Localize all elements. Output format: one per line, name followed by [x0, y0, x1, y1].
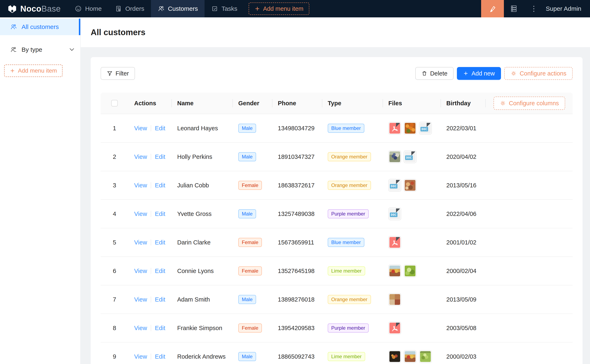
image-thumbnail[interactable] [404, 350, 417, 363]
view-link[interactable]: View [134, 239, 147, 246]
view-link[interactable]: View [134, 268, 147, 274]
member-type-badge: Blue member [328, 124, 364, 133]
edit-link[interactable]: Edit [155, 211, 165, 217]
edit-link[interactable]: Edit [155, 296, 165, 303]
table-row[interactable]: 2 View Edit Holly Perkins Male 189103473… [101, 143, 573, 171]
doc-file-icon[interactable]: DOC [404, 150, 417, 163]
pdf-file-icon[interactable] [388, 322, 401, 334]
table-row[interactable]: 8 View Edit Frankie Simpson Female 13954… [101, 314, 573, 343]
main-content: All customers Filter Delete Add new [81, 17, 590, 364]
image-thumbnail[interactable] [388, 265, 401, 277]
order-document-icon [115, 5, 122, 12]
image-thumbnail[interactable] [404, 122, 417, 135]
image-thumbnail[interactable] [419, 350, 432, 363]
phone-cell: 18865092743 [272, 353, 322, 360]
ui-editor-button[interactable] [481, 0, 504, 17]
nocobase-logo[interactable]: NocoBase [0, 4, 68, 13]
link-divider [151, 125, 151, 131]
row-actions-cell: View Edit [128, 125, 171, 132]
table-toolbar: Filter Delete Add new [101, 67, 573, 80]
files-cell [383, 265, 441, 277]
current-user-menu[interactable]: Super Admin [544, 5, 590, 12]
image-thumbnail[interactable] [404, 179, 417, 192]
row-index-cell: 2 [101, 153, 128, 160]
pdf-file-icon[interactable] [388, 236, 401, 249]
doc-file-icon[interactable]: DOC [419, 122, 432, 135]
table-row[interactable]: 5 View Edit Darin Clarke Female 15673659… [101, 228, 573, 257]
customers-people-icon [158, 5, 165, 12]
add-new-button[interactable]: Add new [457, 67, 501, 80]
phone-cell: 18638372617 [272, 182, 322, 189]
view-link[interactable]: View [134, 296, 147, 303]
table-row[interactable]: 6 View Edit Connie Lyons Female 13527645… [101, 257, 573, 286]
type-cell: Purple member [322, 324, 383, 332]
edit-link[interactable]: Edit [155, 239, 165, 246]
edit-link[interactable]: Edit [155, 182, 165, 189]
gender-cell: Female [232, 324, 272, 332]
filter-button[interactable]: Filter [101, 67, 135, 80]
delete-button[interactable]: Delete [415, 67, 454, 80]
logo-text: NocoBase [20, 4, 61, 13]
nav-item-customers[interactable]: Customers [151, 0, 205, 17]
topbar-right-actions: Super Admin [481, 0, 590, 17]
add-menu-item-button-sidebar[interactable]: Add menu item [4, 65, 63, 77]
filter-funnel-icon [107, 71, 113, 76]
table-row[interactable]: 9 View Edit Roderick Andrews Male 188650… [101, 343, 573, 364]
view-link[interactable]: View [134, 182, 147, 189]
name-cell: Julian Cobb [171, 182, 232, 189]
select-all-checkbox[interactable] [111, 100, 118, 106]
view-link[interactable]: View [134, 125, 147, 132]
doc-file-icon[interactable]: DOC [388, 179, 401, 192]
row-index-cell: 1 [101, 125, 128, 132]
view-link[interactable]: View [134, 325, 147, 332]
image-thumbnail[interactable] [404, 265, 417, 277]
nav-item-tasks[interactable]: Tasks [205, 0, 244, 17]
plugin-manager-button[interactable] [504, 0, 524, 17]
view-link[interactable]: View [134, 153, 147, 160]
phone-cell: 15673659911 [272, 239, 322, 246]
sidebar-item-by-type[interactable]: By type [0, 41, 80, 58]
name-cell: Darin Clarke [171, 239, 232, 246]
plus-icon [10, 68, 15, 73]
birthday-cell: 2001/01/02 [441, 239, 485, 246]
edit-link[interactable]: Edit [155, 153, 165, 160]
table-row[interactable]: 3 View Edit Julian Cobb Female 186383726… [101, 171, 573, 200]
birthday-cell: 2003/05/08 [441, 325, 485, 332]
add-menu-item-button-topbar[interactable]: Add menu item [249, 2, 309, 15]
view-link[interactable]: View [134, 353, 147, 360]
top-menu: Home Orders Customers [68, 0, 244, 17]
page-fold [396, 208, 400, 213]
nav-item-home[interactable]: Home [68, 0, 108, 17]
doc-file-icon[interactable]: DOC [388, 208, 401, 220]
more-actions-button[interactable] [524, 0, 544, 17]
nav-item-orders[interactable]: Orders [108, 0, 151, 17]
table-row[interactable]: 7 View Edit Adam Smith Male 13898276018 … [101, 286, 573, 314]
doc-label: DOC [405, 155, 413, 160]
view-link[interactable]: View [134, 211, 147, 217]
column-header-actions: Actions [128, 100, 171, 107]
edit-link[interactable]: Edit [155, 125, 165, 132]
sidebar-item-all-customers[interactable]: All customers [0, 19, 80, 35]
edit-link[interactable]: Edit [155, 353, 165, 360]
edit-link[interactable]: Edit [155, 325, 165, 332]
link-divider [151, 154, 151, 160]
table-row[interactable]: 1 View Edit Leonard Hayes Male 134980347… [101, 114, 573, 143]
table-row[interactable]: 4 View Edit Yvette Gross Male 1325748903… [101, 200, 573, 228]
configure-actions-button[interactable]: Configure actions [504, 67, 573, 80]
plus-icon [463, 71, 469, 76]
edit-link[interactable]: Edit [155, 268, 165, 274]
gender-badge: Male [238, 152, 256, 161]
gender-badge: Female [238, 266, 262, 275]
image-thumbnail[interactable] [388, 350, 401, 363]
column-header-birthday: Birthday [441, 100, 485, 107]
configure-columns-button[interactable]: Configure columns [494, 97, 565, 110]
image-thumbnail[interactable] [388, 150, 401, 163]
link-divider [151, 211, 151, 217]
row-actions-cell: View Edit [128, 325, 171, 332]
table-header-row: Actions Name Gender Phone Type Files Bir… [101, 93, 573, 114]
pdf-file-icon[interactable] [388, 122, 401, 135]
files-cell: DOC [383, 179, 441, 192]
image-thumbnail[interactable] [388, 293, 401, 306]
row-index-cell: 6 [101, 268, 128, 274]
files-cell [383, 236, 441, 249]
